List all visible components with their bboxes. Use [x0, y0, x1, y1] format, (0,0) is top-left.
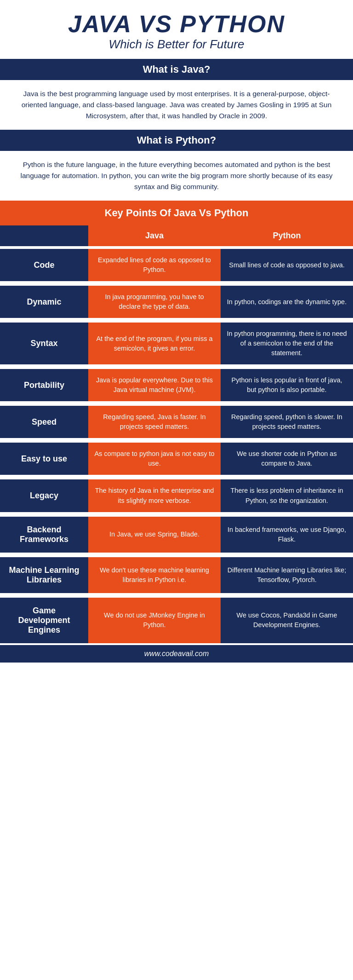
table-row: CodeExpanded lines of code as opposed to…	[0, 249, 353, 282]
row-label: Machine Learning Libraries	[0, 557, 88, 594]
python-cell: Small lines of code as opposed to java.	[221, 249, 353, 282]
java-section-desc: Java is the best programming language us…	[0, 80, 353, 130]
python-cell: In python programming, there is no need …	[221, 323, 353, 365]
python-cell: Regarding speed, python is slower. In pr…	[221, 406, 353, 439]
row-label: Syntax	[0, 323, 88, 365]
table-rows: CodeExpanded lines of code as opposed to…	[0, 249, 353, 645]
footer-url: www.codeavail.com	[144, 650, 209, 657]
table-row: Backend FrameworksIn Java, we use Spring…	[0, 517, 353, 553]
table-row: DynamicIn java programming, you have to …	[0, 286, 353, 319]
java-section-header: What is Java?	[0, 59, 353, 80]
java-cell: We do not use JMonkey Engine in Python.	[88, 598, 221, 644]
row-label: Game Development Engines	[0, 598, 88, 644]
key-points-header: Key Points Of Java Vs Python	[0, 201, 353, 225]
python-cell: In python, codings are the dynamic type.	[221, 286, 353, 319]
java-cell: Java is popular everywhere. Due to this …	[88, 369, 221, 402]
page-title: JAVA VS PYTHON	[9, 11, 344, 37]
table-row: Game Development EnginesWe do not use JM…	[0, 598, 353, 644]
java-cell: In Java, we use Spring, Blade.	[88, 517, 221, 553]
row-label: Backend Frameworks	[0, 517, 88, 553]
java-cell: The history of Java in the enterprise an…	[88, 479, 221, 513]
table-row: Machine Learning LibrariesWe don't use t…	[0, 557, 353, 594]
table-row: SyntaxAt the end of the program, if you …	[0, 323, 353, 365]
row-label: Easy to use	[0, 443, 88, 476]
row-label: Speed	[0, 406, 88, 439]
row-label: Dynamic	[0, 286, 88, 319]
footer: www.codeavail.com	[0, 645, 353, 663]
python-cell: There is less problem of inheritance in …	[221, 479, 353, 513]
java-cell: As compare to python java is not easy to…	[88, 443, 221, 476]
java-cell: In java programming, you have to declare…	[88, 286, 221, 319]
table-row: Easy to useAs compare to python java is …	[0, 443, 353, 476]
python-cell: Different Machine learning Libraries lik…	[221, 557, 353, 594]
row-label: Code	[0, 249, 88, 282]
comparison-table: Java Python	[0, 225, 353, 246]
python-cell: We use Cocos, Panda3d in Game Developmen…	[221, 598, 353, 644]
python-section-desc: Python is the future language, in the fu…	[0, 151, 353, 201]
java-cell: Regarding speed, Java is faster. In proj…	[88, 406, 221, 439]
python-cell: We use shorter code in Python as compare…	[221, 443, 353, 476]
header: JAVA VS PYTHON Which is Better for Futur…	[0, 0, 353, 59]
java-cell: At the end of the program, if you miss a…	[88, 323, 221, 365]
col-header-java: Java	[88, 225, 221, 246]
java-cell: Expanded lines of code as opposed to Pyt…	[88, 249, 221, 282]
python-cell: In backend frameworks, we use Django, Fl…	[221, 517, 353, 553]
col-header-python: Python	[221, 225, 353, 246]
table-row: SpeedRegarding speed, Java is faster. In…	[0, 406, 353, 439]
java-cell: We don't use these machine learning libr…	[88, 557, 221, 594]
python-cell: Python is less popular in front of java,…	[221, 369, 353, 402]
col-header-empty	[0, 225, 88, 246]
column-header-row: Java Python	[0, 225, 353, 246]
page-subtitle: Which is Better for Future	[9, 37, 344, 52]
row-label: Portability	[0, 369, 88, 402]
table-row: LegacyThe history of Java in the enterpr…	[0, 479, 353, 513]
table-row: PortabilityJava is popular everywhere. D…	[0, 369, 353, 402]
row-label: Legacy	[0, 479, 88, 513]
python-section-header: What is Python?	[0, 130, 353, 151]
